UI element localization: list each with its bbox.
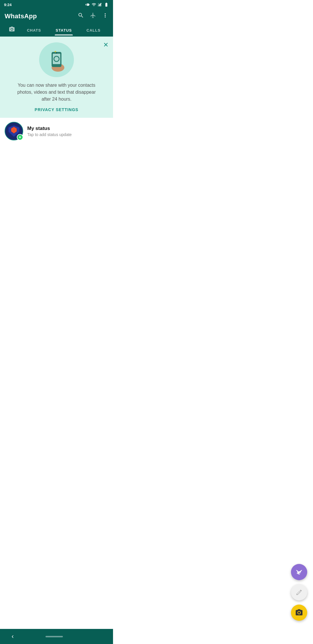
privacy-settings-link[interactable]: PRIVACY SETTINGS [35,107,79,112]
phone-sparkle-illustration [43,47,70,73]
avatar-wrap: + [5,122,23,140]
my-status-subtitle: Tap to add status update [27,132,108,137]
add-status-icon: + [17,134,23,140]
tabs-bar: CHATS STATUS CALLS [5,23,108,37]
banner-body-text: You can now share with your contacts pho… [13,82,100,103]
svg-point-7 [56,53,57,54]
my-status-title: My status [27,126,108,131]
close-banner-button[interactable]: ✕ [103,41,108,49]
svg-rect-2 [99,4,99,6]
wifi-icon [92,2,96,7]
more-options-icon [102,12,108,19]
status-bar: 9:24 [0,0,113,9]
vibrate-icon [85,2,90,7]
tab-calls[interactable]: CALLS [79,25,108,35]
banner-illustration [39,42,74,77]
tab-camera-icon[interactable] [5,23,19,37]
svg-rect-1 [100,4,100,6]
camera-tab-icon [9,26,15,32]
airplane-mode-icon [90,12,96,19]
tab-chats[interactable]: CHATS [19,25,49,35]
my-status-row[interactable]: + My status Tap to add status update [0,118,113,144]
info-banner: ✕ You can now share with your contacts p… [0,37,113,118]
battery-icon [104,2,109,7]
search-icon [78,12,84,19]
svg-rect-0 [101,3,101,6]
app-title: WhatsApp [5,12,37,20]
airplane-mode-button[interactable] [90,12,96,20]
status-time: 9:24 [4,3,12,7]
header-actions [78,12,108,20]
content-area [0,144,113,261]
svg-rect-3 [98,5,98,6]
status-icons [85,2,109,7]
status-info: My status Tap to add status update [27,126,108,137]
more-options-button[interactable] [102,12,108,20]
signal-icon [98,2,102,7]
app-header: WhatsApp [0,9,113,37]
tab-status[interactable]: STATUS [49,25,79,35]
header-top: WhatsApp [5,12,108,23]
search-button[interactable] [78,12,84,20]
